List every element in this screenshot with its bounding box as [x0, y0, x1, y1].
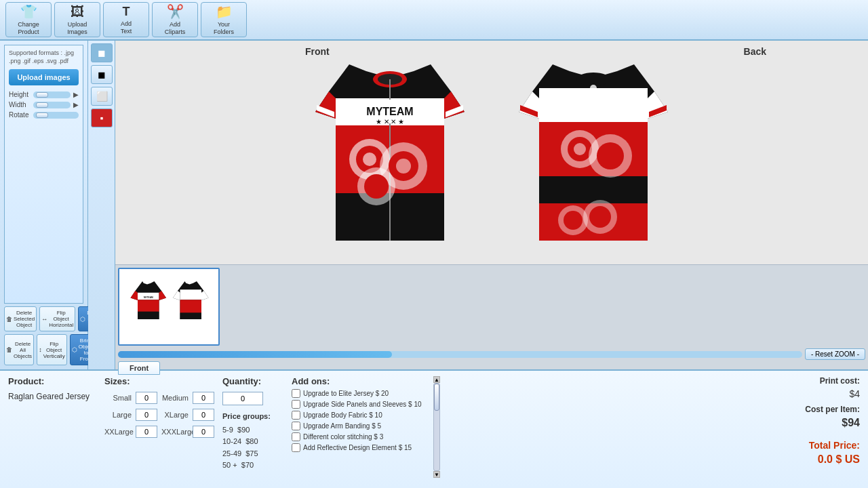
delete-selected-icon: 🗑	[6, 316, 12, 323]
scrollbar-down[interactable]: ▼	[433, 471, 440, 478]
canvas-area: Front Back	[115, 41, 868, 369]
delete-selected-button[interactable]: 🗑 DeleteSelectedObject	[4, 306, 37, 331]
svg-text:MYTEAM: MYTEAM	[144, 296, 153, 298]
tab-front[interactable]: Front	[118, 361, 160, 375]
height-slider[interactable]	[33, 92, 71, 98]
height-slider-row: Height ▶	[9, 91, 79, 98]
xlarge-input[interactable]	[193, 409, 214, 421]
jersey-display: Front Back	[115, 41, 868, 264]
svg-point-21	[576, 73, 610, 86]
svg-point-11	[363, 152, 376, 166]
zoom-row: - Reset ZOOM -	[118, 348, 865, 360]
bring-front-icon: ⬡	[72, 346, 77, 353]
xxlarge-input[interactable]	[136, 426, 157, 438]
addon-label-1: Upgrade to Elite Jersey $ 20	[303, 390, 389, 397]
addons-scrollbar: ▲ ▼	[433, 376, 441, 483]
svg-point-25	[574, 143, 586, 155]
addon-label-4: Upgrade Arm Banding $ 5	[303, 422, 381, 430]
reset-zoom-button[interactable]: - Reset ZOOM -	[805, 348, 865, 360]
print-cost-title: Print cost:	[792, 376, 860, 386]
upload-images-button[interactable]: 🖼 UploadImages	[54, 2, 100, 37]
rotate-slider-row: Rotate	[9, 111, 79, 119]
upload-images-icon: 🖼	[71, 4, 84, 20]
svg-point-31	[589, 206, 611, 228]
addon-cb-4[interactable]	[292, 422, 300, 430]
view-btn-2[interactable]: ◼	[91, 65, 113, 84]
view-btn-1[interactable]: ◼	[91, 43, 113, 62]
svg-rect-37	[180, 300, 202, 312]
price-groups: Price groups: 5-9 $90 10-24 $80 25-49 $7…	[222, 411, 283, 472]
rotate-slider-thumb[interactable]	[36, 113, 48, 118]
view-btn-3[interactable]: ⬜	[91, 87, 113, 106]
add-text-icon: T	[123, 5, 130, 19]
svg-rect-36	[180, 289, 202, 300]
size-row-large: Large XLarge	[104, 409, 214, 421]
quantity-input[interactable]	[222, 392, 263, 405]
formats-text: Supported formats : .jpg .png .gif .eps …	[9, 49, 79, 65]
small-input[interactable]	[136, 392, 157, 404]
sizes-section: Sizes: Small Medium Large XLarge XXLarge…	[104, 376, 214, 483]
price-groups-title: Price groups:	[222, 411, 283, 423]
thumbnail-area: MYTEAM	[115, 264, 868, 369]
medium-label: Medium	[161, 394, 189, 402]
scrollbar-track	[433, 383, 440, 471]
large-input[interactable]	[136, 409, 157, 421]
product-section: Product: Raglan Geared Jersey	[8, 376, 96, 483]
width-arrow[interactable]: ▶	[73, 101, 79, 108]
delete-all-button[interactable]: 🗑 DeleteAllObjects	[4, 334, 34, 365]
zoom-track[interactable]	[118, 351, 802, 358]
scrollbar-thumb[interactable]	[434, 384, 439, 411]
size-row-xxlarge: XXLarge XXXLarge	[104, 426, 214, 438]
addons-title: Add ons:	[292, 376, 430, 386]
addon-row-3: Upgrade Body Fabric $ 10	[292, 411, 430, 420]
addon-label-5: Different color stitching $ 3	[303, 433, 383, 441]
svg-point-22	[590, 85, 597, 92]
width-label: Width	[9, 101, 31, 108]
print-cost-value: $4	[792, 388, 860, 399]
size-row-small: Small Medium	[104, 392, 214, 404]
large-label: Large	[104, 411, 132, 419]
upload-images-button[interactable]: Upload images	[9, 69, 79, 85]
flip-horizontal-button[interactable]: ↔ FlipObjectHorizontal	[39, 306, 75, 331]
add-cliparts-button[interactable]: ✂️ AddCliparts	[152, 2, 198, 37]
scrollbar-up[interactable]: ▲	[433, 376, 440, 383]
height-arrow[interactable]: ▶	[73, 91, 79, 98]
xxxlarge-input[interactable]	[193, 426, 214, 438]
addon-cb-6[interactable]	[292, 443, 300, 452]
addon-label-6: Add Reflective Design Element $ 15	[303, 444, 412, 451]
height-slider-thumb[interactable]	[36, 92, 48, 98]
view-tabs: Front	[118, 361, 865, 375]
addon-row-4: Upgrade Arm Banding $ 5	[292, 422, 430, 430]
width-slider[interactable]	[33, 102, 71, 108]
svg-rect-33	[138, 300, 159, 312]
your-folders-button[interactable]: 📁 YourFolders	[201, 2, 247, 37]
toolbar: 👕 ChangeProduct 🖼 UploadImages T AddText…	[0, 0, 868, 41]
action-buttons: 🗑 DeleteSelectedObject ↔ FlipObjectHoriz…	[4, 306, 83, 365]
width-slider-thumb[interactable]	[36, 102, 48, 108]
add-text-button[interactable]: T AddText	[103, 2, 149, 37]
main-layout: Supported formats : .jpg .png .gif .eps …	[0, 41, 868, 369]
addon-cb-5[interactable]	[292, 432, 300, 441]
small-label: Small	[104, 394, 132, 402]
xxlarge-label: XXLarge	[104, 428, 132, 436]
back-view-label: Back	[744, 46, 766, 57]
change-product-button[interactable]: 👕 ChangeProduct	[5, 2, 52, 37]
flip-vertical-button[interactable]: ↕ FlipObjectVertically	[37, 334, 67, 365]
bottom-panel: Product: Raglan Geared Jersey Sizes: Sma…	[0, 369, 868, 488]
view-btn-4[interactable]: ▪	[91, 108, 113, 127]
add-text-label: AddText	[121, 20, 132, 35]
addon-cb-3[interactable]	[292, 411, 300, 420]
flip-vertical-icon: ↕	[39, 346, 42, 353]
svg-rect-19	[539, 176, 648, 203]
medium-input[interactable]	[193, 392, 214, 404]
svg-point-29	[564, 211, 583, 230]
rotate-slider[interactable]	[33, 112, 79, 119]
svg-point-16	[364, 174, 389, 199]
upload-images-label: UploadImages	[67, 21, 87, 36]
change-product-label: ChangeProduct	[18, 21, 39, 36]
addon-cb-1[interactable]	[292, 389, 300, 398]
addon-cb-2[interactable]	[292, 400, 300, 409]
quantity-title: Quantity:	[222, 376, 283, 386]
thumbnail-jerseys: MYTEAM	[125, 273, 213, 341]
thumbnail-frame: MYTEAM	[118, 268, 220, 346]
